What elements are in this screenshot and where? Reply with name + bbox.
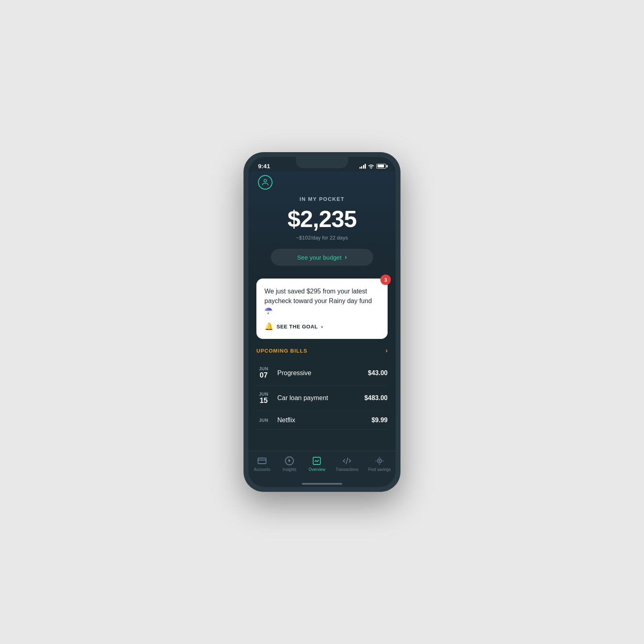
nav-label-transactions: Transactions [336, 467, 359, 472]
transactions-icon [342, 456, 352, 466]
bill-item[interactable]: JUNNetflix$9.99 [256, 411, 388, 430]
pocket-subtitle: ~$102/day for 22 days [258, 235, 386, 241]
notification-card: 3 We just saved $295 from your latest pa… [256, 279, 388, 339]
bill-month: JUN [256, 366, 271, 371]
wifi-icon [368, 164, 374, 169]
nav-label-find-savings: Find savings [368, 467, 391, 472]
bill-month: JUN [256, 392, 271, 396]
bill-day: 15 [256, 396, 271, 405]
bill-date: JUN [256, 418, 271, 423]
nav-item-accounts[interactable]: Accounts [250, 454, 274, 473]
nav-item-insights[interactable]: Insights [277, 454, 301, 473]
bill-month: JUN [256, 418, 271, 423]
see-goal-arrow-icon: › [321, 324, 323, 330]
phone-screen: 9:41 [248, 157, 396, 487]
notch [296, 157, 348, 168]
svg-rect-1 [258, 458, 266, 464]
see-goal-button[interactable]: 🔔 SEE THE GOAL › [264, 322, 323, 331]
bill-name: Netflix [277, 417, 365, 424]
see-goal-label: SEE THE GOAL [277, 324, 318, 330]
bill-amount: $43.00 [368, 369, 388, 377]
see-budget-button[interactable]: See your budget › [271, 249, 373, 266]
see-budget-label: See your budget [297, 254, 341, 261]
notification-text: We just saved $295 from your latest payc… [264, 287, 380, 316]
nav-item-find-savings[interactable]: Find savings [365, 454, 394, 473]
accounts-icon [257, 456, 267, 466]
chevron-right-icon: › [345, 254, 347, 261]
overview-icon [312, 456, 322, 466]
status-icons [359, 164, 386, 169]
profile-icon[interactable] [258, 175, 272, 190]
find-savings-icon [375, 456, 384, 466]
profile-section [248, 172, 396, 190]
insights-icon [285, 456, 294, 466]
status-time: 9:41 [258, 163, 270, 169]
nav-item-overview[interactable]: Overview [305, 454, 329, 473]
bill-day: 07 [256, 371, 271, 380]
nav-label-insights: Insights [283, 467, 296, 472]
nav-label-accounts: Accounts [254, 467, 270, 472]
bills-title: UPCOMING BILLS [256, 348, 308, 354]
main-content[interactable]: IN MY POCKET $2,235 ~$102/day for 22 day… [248, 172, 396, 451]
pocket-amount: $2,235 [258, 205, 386, 232]
nav-item-transactions[interactable]: Transactions [332, 454, 362, 473]
phone-frame: 9:41 [244, 152, 400, 492]
bell-icon: 🔔 [264, 322, 273, 331]
bill-date: JUN07 [256, 366, 271, 380]
svg-point-0 [264, 180, 267, 182]
bills-chevron-icon[interactable]: › [386, 347, 388, 354]
bill-amount: $483.00 [364, 394, 388, 402]
bill-name: Progressive [277, 369, 361, 377]
bills-header: UPCOMING BILLS › [256, 347, 388, 354]
battery-icon [376, 164, 386, 169]
bill-date: JUN15 [256, 392, 271, 405]
svg-point-2 [289, 460, 290, 462]
bill-name: Car loan payment [277, 394, 358, 402]
pocket-label: IN MY POCKET [258, 196, 386, 202]
bottom-nav: Accounts Insights Overview [248, 451, 396, 481]
hero-section: IN MY POCKET $2,235 ~$102/day for 22 day… [248, 190, 396, 275]
notification-badge: 3 [380, 275, 391, 285]
signal-icon [359, 164, 366, 169]
bill-item[interactable]: JUN15Car loan payment$483.00 [256, 386, 388, 411]
bill-amount: $9.99 [372, 417, 388, 424]
bills-list: JUN07Progressive$43.00JUN15Car loan paym… [256, 361, 388, 430]
bill-item[interactable]: JUN07Progressive$43.00 [256, 361, 388, 386]
home-indicator [302, 483, 342, 485]
nav-label-overview: Overview [309, 467, 326, 472]
bills-section: UPCOMING BILLS › JUN07Progressive$43.00J… [248, 347, 396, 430]
